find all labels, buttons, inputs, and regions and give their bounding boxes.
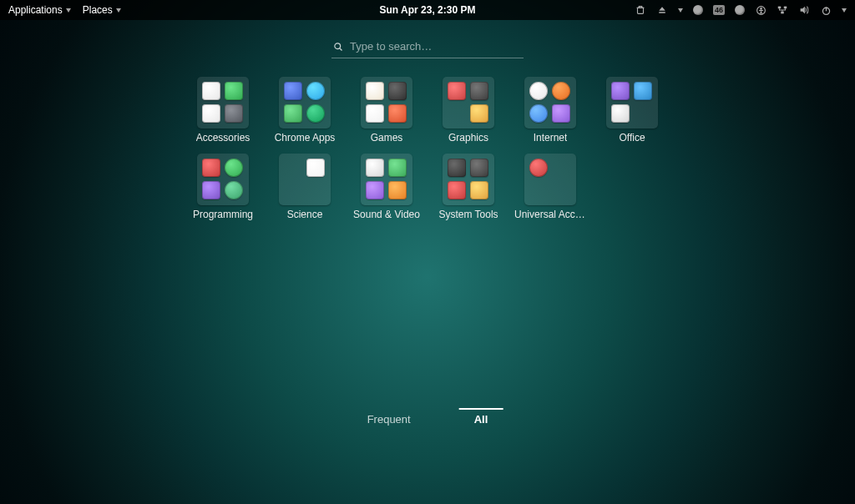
app-preview-icon: [529, 104, 548, 123]
app-preview-icon: [306, 82, 325, 100]
category-accessories[interactable]: Accessories: [187, 77, 259, 144]
category-programming[interactable]: Programming: [187, 154, 259, 220]
search-icon: [333, 42, 343, 52]
category-graphics[interactable]: Graphics: [433, 77, 504, 144]
system-tray: 46: [635, 4, 847, 16]
category-label: Games: [371, 132, 403, 144]
svg-point-7: [335, 43, 341, 48]
weather-icon[interactable]: [693, 5, 703, 15]
category-internet[interactable]: Internet: [514, 77, 586, 144]
search-bar[interactable]: [331, 37, 524, 58]
tab-frequent[interactable]: Frequent: [352, 408, 426, 431]
category-folder-icon: [443, 154, 494, 205]
app-preview-icon: [306, 104, 325, 123]
top-panel: Applications Places Sun Apr 23, 2:30 PM …: [0, 0, 855, 20]
category-folder-icon: [524, 77, 576, 129]
app-preview-icon: [388, 181, 407, 199]
menu-label: Places: [83, 4, 113, 16]
app-preview-icon: [448, 82, 466, 100]
search-input[interactable]: [350, 40, 522, 53]
app-preview-icon: [388, 104, 407, 123]
category-label: Science: [287, 209, 323, 220]
svg-rect-3: [778, 7, 782, 9]
app-preview-icon: [366, 104, 384, 123]
app-preview-icon: [611, 104, 630, 123]
power-icon[interactable]: [820, 4, 832, 16]
app-preview-icon: [611, 82, 630, 100]
app-preview-icon: [470, 159, 488, 177]
app-preview-icon: [552, 82, 570, 100]
category-folder-icon: [279, 77, 331, 129]
user-icon[interactable]: [735, 5, 745, 15]
svg-rect-0: [637, 8, 643, 13]
app-preview-icon: [448, 181, 466, 199]
category-label: Accessories: [196, 132, 250, 144]
category-label: Internet: [534, 132, 568, 144]
svg-rect-4: [784, 7, 787, 9]
app-preview-icon: [284, 82, 302, 100]
category-system-tools[interactable]: System Tools: [433, 154, 504, 220]
applications-overview: AccessoriesChrome AppsGamesGraphicsInter…: [0, 77, 855, 220]
app-preview-icon: [388, 159, 407, 177]
eject-icon[interactable]: [656, 4, 668, 16]
category-office[interactable]: Office: [596, 77, 668, 144]
category-sound-video[interactable]: Sound & Video: [351, 154, 422, 220]
app-preview-icon: [366, 159, 384, 177]
category-label: Programming: [193, 209, 253, 220]
applications-menu[interactable]: Applications: [8, 4, 71, 16]
tab-all[interactable]: All: [459, 408, 503, 431]
app-preview-icon: [470, 104, 488, 123]
category-label: Sound & Video: [353, 209, 420, 220]
chevron-down-icon[interactable]: [678, 8, 683, 13]
category-grid: AccessoriesChrome AppsGamesGraphicsInter…: [187, 77, 668, 220]
app-preview-icon: [306, 159, 325, 177]
top-panel-left: Applications Places: [8, 4, 121, 16]
app-preview-icon: [529, 159, 548, 177]
menu-label: Applications: [8, 4, 63, 16]
chevron-down-icon: [116, 8, 121, 13]
volume-icon[interactable]: [798, 4, 810, 16]
app-preview-icon: [202, 181, 220, 199]
accessibility-icon[interactable]: [755, 4, 766, 16]
category-universal-access[interactable]: Universal Access: [514, 154, 586, 220]
category-label: Graphics: [448, 132, 488, 144]
app-preview-icon: [202, 159, 220, 177]
app-preview-icon: [202, 104, 220, 123]
battery-icon[interactable]: 46: [713, 5, 725, 15]
category-folder-icon: [197, 154, 249, 205]
chevron-down-icon[interactable]: [842, 8, 847, 13]
app-preview-icon: [634, 82, 652, 100]
category-science[interactable]: Science: [269, 154, 341, 220]
app-preview-icon: [388, 82, 407, 100]
category-folder-icon: [197, 77, 249, 129]
category-chrome-apps[interactable]: Chrome Apps: [269, 77, 341, 144]
app-preview-icon: [366, 181, 384, 199]
svg-rect-5: [781, 12, 784, 14]
app-preview-icon: [448, 159, 466, 177]
app-preview-icon: [470, 82, 488, 100]
svg-point-2: [760, 8, 761, 9]
app-preview-icon: [225, 104, 243, 123]
places-menu[interactable]: Places: [83, 4, 121, 16]
category-label: Chrome Apps: [275, 132, 336, 144]
category-folder-icon: [361, 154, 412, 205]
category-folder-icon: [606, 77, 658, 129]
category-label: Universal Access: [514, 209, 586, 220]
network-icon[interactable]: [777, 4, 788, 16]
app-preview-icon: [225, 159, 243, 177]
category-folder-icon: [279, 154, 331, 205]
view-switcher: Frequent All: [352, 408, 503, 431]
category-folder-icon: [524, 154, 576, 205]
category-games[interactable]: Games: [351, 77, 422, 144]
category-label: System Tools: [438, 209, 498, 220]
category-folder-icon: [443, 77, 494, 129]
app-preview-icon: [202, 82, 220, 100]
category-folder-icon: [361, 77, 412, 129]
app-preview-icon: [470, 181, 488, 199]
trash-icon[interactable]: [635, 4, 646, 16]
app-preview-icon: [284, 104, 302, 123]
category-label: Office: [619, 132, 645, 144]
app-preview-icon: [225, 82, 243, 100]
clock[interactable]: Sun Apr 23, 2:30 PM: [380, 4, 476, 16]
app-preview-icon: [529, 82, 548, 100]
